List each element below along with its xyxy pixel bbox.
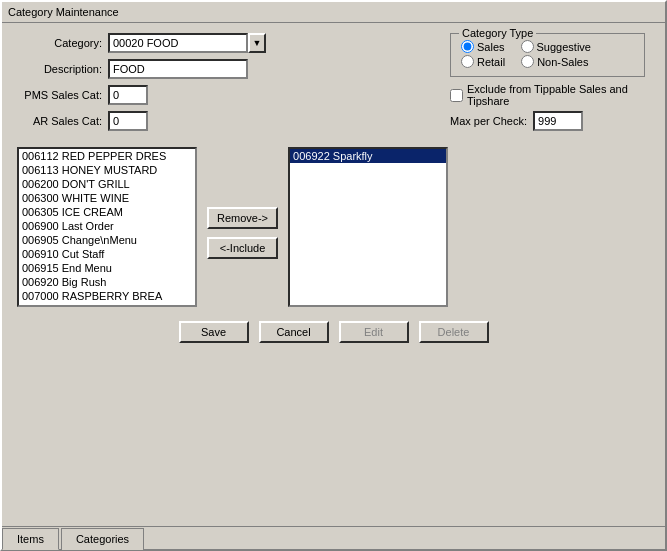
bottom-buttons: Save Cancel Edit Delete — [12, 321, 655, 343]
max-check-label: Max per Check: — [450, 115, 527, 127]
list-item[interactable]: 006922 Sparkfly — [290, 149, 446, 163]
list-item[interactable]: 006910 Cut Staff — [19, 247, 195, 261]
window-title: Category Maintenance — [8, 6, 119, 18]
pms-sales-cat-input[interactable] — [108, 85, 148, 105]
save-button[interactable]: Save — [179, 321, 249, 343]
title-bar: Category Maintenance — [2, 2, 665, 23]
lists-area: 006112 RED PEPPER DRES 006113 HONEY MUST… — [12, 147, 655, 307]
radio-sales-label: Sales — [477, 41, 505, 53]
middle-buttons: Remove-> <-Include — [207, 147, 278, 259]
tab-categories[interactable]: Categories — [61, 528, 144, 550]
tab-categories-label: Categories — [76, 533, 129, 545]
radio-row-1: Sales Suggestive — [461, 40, 634, 53]
list-item[interactable]: 006905 Change\nMenu — [19, 233, 195, 247]
list-item[interactable]: 006305 ICE CREAM — [19, 205, 195, 219]
list-item[interactable]: 007000 RASPBERRY BREA — [19, 289, 195, 303]
radio-retail-label: Retail — [477, 56, 505, 68]
tab-items[interactable]: Items — [2, 528, 59, 550]
main-window: Category Maintenance Category: ▼ Descrip… — [0, 0, 667, 551]
radio-retail-input[interactable] — [461, 55, 474, 68]
category-type-legend: Category Type — [459, 27, 536, 39]
radio-suggestive-input[interactable] — [521, 40, 534, 53]
radio-sales-input[interactable] — [461, 40, 474, 53]
category-dropdown-wrapper: ▼ — [108, 33, 266, 53]
list-item[interactable]: 006200 DON'T GRILL — [19, 177, 195, 191]
list-item[interactable]: 006915 End Menu — [19, 261, 195, 275]
radio-suggestive[interactable]: Suggestive — [521, 40, 591, 53]
category-type-box: Category Type Sales Suggestive — [450, 33, 645, 77]
cancel-button[interactable]: Cancel — [259, 321, 329, 343]
include-button[interactable]: <-Include — [207, 237, 278, 259]
category-label: Category: — [12, 37, 102, 49]
ar-sales-cat-row: AR Sales Cat: — [12, 111, 445, 131]
pms-sales-cat-label: PMS Sales Cat: — [12, 89, 102, 101]
edit-button[interactable]: Edit — [339, 321, 409, 343]
pms-sales-cat-row: PMS Sales Cat: — [12, 85, 445, 105]
radio-sales[interactable]: Sales — [461, 40, 505, 53]
radio-suggestive-label: Suggestive — [537, 41, 591, 53]
right-list[interactable]: 006922 Sparkfly — [288, 147, 448, 307]
radio-non-sales-label: Non-Sales — [537, 56, 588, 68]
max-check-row: Max per Check: — [450, 111, 655, 131]
exclude-checkbox[interactable] — [450, 89, 463, 102]
tab-bar: Items Categories — [2, 526, 665, 549]
category-input[interactable] — [108, 33, 248, 53]
radio-row-2: Retail Non-Sales — [461, 55, 634, 68]
remove-button[interactable]: Remove-> — [207, 207, 278, 229]
description-input[interactable] — [108, 59, 248, 79]
list-item[interactable]: 006900 Last Order — [19, 219, 195, 233]
category-dropdown-btn[interactable]: ▼ — [248, 33, 266, 53]
content-area: Category: ▼ Description: PMS Sales Cat: … — [2, 23, 665, 518]
max-check-input[interactable] — [533, 111, 583, 131]
list-item[interactable]: 006920 Big Rush — [19, 275, 195, 289]
right-form: Category Type Sales Suggestive — [450, 33, 655, 131]
radio-non-sales-input[interactable] — [521, 55, 534, 68]
list-item[interactable]: 006300 WHITE WINE — [19, 191, 195, 205]
delete-button[interactable]: Delete — [419, 321, 489, 343]
list-item[interactable]: 006112 RED PEPPER DRES — [19, 149, 195, 163]
description-label: Description: — [12, 63, 102, 75]
left-list[interactable]: 006112 RED PEPPER DRES 006113 HONEY MUST… — [17, 147, 197, 307]
ar-sales-cat-input[interactable] — [108, 111, 148, 131]
radio-non-sales[interactable]: Non-Sales — [521, 55, 588, 68]
list-item[interactable]: 006113 HONEY MUSTARD — [19, 163, 195, 177]
description-row: Description: — [12, 59, 445, 79]
radio-retail[interactable]: Retail — [461, 55, 505, 68]
ar-sales-cat-label: AR Sales Cat: — [12, 115, 102, 127]
exclude-row: Exclude from Tippable Sales and Tipshare — [450, 83, 655, 107]
category-row: Category: ▼ — [12, 33, 445, 53]
top-area: Category: ▼ Description: PMS Sales Cat: … — [12, 33, 655, 137]
left-form: Category: ▼ Description: PMS Sales Cat: … — [12, 33, 445, 131]
exclude-label: Exclude from Tippable Sales and Tipshare — [467, 83, 655, 107]
tab-items-label: Items — [17, 533, 44, 545]
